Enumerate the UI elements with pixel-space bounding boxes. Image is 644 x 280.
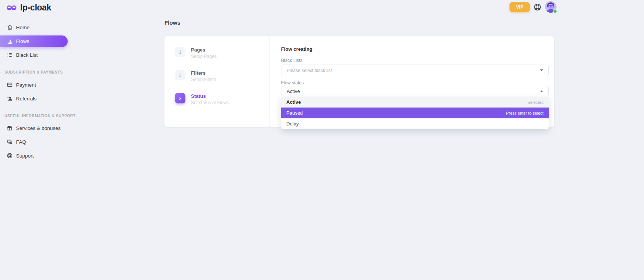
home-icon — [7, 24, 13, 30]
online-status-dot — [553, 9, 557, 13]
step-filters[interactable]: 2 Filters Setup Filters — [175, 70, 216, 82]
option-hint: Press enter to select — [506, 111, 543, 115]
step-number: 1 — [175, 47, 185, 57]
sidebar-section-header: SUBSCRIPTION & PAYMENTS — [0, 69, 69, 75]
flow-status-dropdown: Active Selected Paused Press enter to se… — [281, 97, 549, 129]
vip-button[interactable]: VIP — [509, 2, 530, 12]
black-lists-placeholder: Please select black list — [287, 68, 540, 73]
sidebar-item-label: Support — [16, 153, 34, 159]
form-title: Flow creating — [281, 46, 312, 52]
step-pages[interactable]: 1 Pages Setup Pages — [175, 47, 217, 59]
sidebar-item-flows[interactable]: Flows — [0, 35, 68, 47]
step-title: Pages — [191, 47, 217, 53]
stepper: 1 Pages Setup Pages 2 Filters Setup Filt… — [164, 36, 270, 127]
sidebar-item-black-list[interactable]: Black List — [0, 50, 69, 60]
step-subtitle: Set status of Flows — [191, 100, 229, 105]
page-title: Flows — [164, 19, 181, 26]
sidebar-item-label: FAQ — [16, 139, 26, 145]
step-number: 3 — [175, 93, 185, 103]
caret-up-icon — [540, 90, 543, 92]
sidebar-item-label: Services & bonuses — [16, 125, 61, 131]
flow-status-value: Active — [287, 88, 540, 94]
sidebar-item-payment[interactable]: Payment — [0, 80, 69, 90]
step-number: 2 — [175, 70, 185, 80]
flows-icon — [7, 38, 13, 44]
option-label: Active — [286, 99, 301, 105]
caret-down-icon — [540, 69, 543, 71]
sidebar-section-header: USEFUL INFORMATION & SUPPORT — [0, 113, 69, 118]
sidebar-item-faq[interactable]: ?! FAQ — [0, 137, 69, 147]
sidebar-item-home[interactable]: Home — [0, 22, 69, 32]
flow-creating-card: 1 Pages Setup Pages 2 Filters Setup Filt… — [164, 36, 554, 127]
sidebar-item-services-bonuses[interactable]: Services & bonuses — [0, 123, 69, 133]
lifebuoy-icon — [7, 153, 13, 159]
sidebar-item-label: Flows — [16, 38, 29, 44]
option-paused[interactable]: Paused Press enter to select — [281, 108, 549, 118]
faq-icon: ?! — [7, 139, 13, 145]
sidebar-item-referrals[interactable]: Referrals — [0, 93, 69, 104]
sidebar: Home Flows Black List SUBSCRIPTION & PAY… — [0, 0, 75, 280]
step-status[interactable]: 3 Status Set status of Flows — [175, 93, 229, 105]
payment-icon — [7, 82, 13, 88]
globe-icon[interactable] — [533, 3, 542, 11]
step-title: Status — [191, 93, 229, 99]
option-label: Paused — [286, 110, 303, 116]
black-lists-select[interactable]: Please select black list — [281, 65, 549, 76]
sidebar-item-label: Referrals — [16, 96, 37, 102]
flow-status-select[interactable]: Active — [281, 86, 549, 96]
black-lists-label: Black Lists — [281, 58, 302, 63]
blacklist-icon — [7, 52, 13, 58]
option-hint: Selected — [527, 100, 543, 105]
option-label: Delay — [286, 121, 299, 127]
step-subtitle: Setup Filters — [191, 77, 216, 82]
step-subtitle: Setup Pages — [191, 54, 217, 59]
flow-status-label: Flow status — [281, 80, 304, 85]
option-delay[interactable]: Delay — [281, 118, 549, 129]
step-title: Filters — [191, 70, 216, 76]
topbar-right: VIP — [509, 1, 557, 13]
sidebar-item-label: Home — [16, 25, 30, 30]
user-avatar[interactable] — [545, 1, 557, 13]
sidebar-item-label: Black List — [16, 52, 38, 58]
referrals-icon — [7, 96, 13, 102]
sidebar-item-label: Payment — [16, 82, 36, 88]
sidebar-item-support[interactable]: Support — [0, 150, 69, 161]
gift-icon — [7, 125, 13, 131]
svg-text:?!: ?! — [8, 140, 10, 143]
option-active[interactable]: Active Selected — [281, 97, 549, 108]
